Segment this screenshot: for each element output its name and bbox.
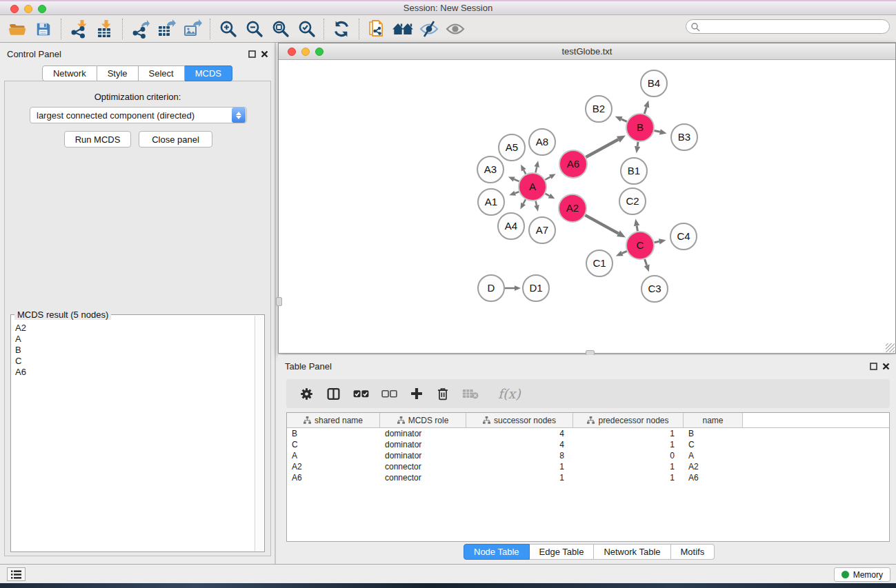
save-session-button[interactable] bbox=[30, 17, 57, 41]
column-header-predecessor-nodes[interactable]: predecessor nodes bbox=[573, 413, 684, 427]
graph-node-A3[interactable]: A3 bbox=[477, 156, 504, 183]
import-table-button[interactable] bbox=[92, 17, 118, 41]
open-session-button[interactable] bbox=[4, 17, 30, 41]
result-list-item[interactable]: A6 bbox=[12, 367, 255, 378]
graph-node-C4[interactable]: C4 bbox=[670, 223, 697, 250]
float-panel-icon[interactable] bbox=[869, 362, 878, 371]
graph-node-A[interactable]: A bbox=[519, 173, 546, 201]
new-network-from-selection-button[interactable] bbox=[364, 17, 390, 41]
cell-name[interactable]: C bbox=[684, 439, 743, 450]
graph-node-A7[interactable]: A7 bbox=[529, 217, 555, 243]
task-history-button[interactable] bbox=[7, 567, 26, 581]
result-list-item[interactable]: A2 bbox=[12, 323, 255, 334]
edge-A-A6[interactable] bbox=[545, 174, 555, 180]
edge-A-A4[interactable] bbox=[520, 199, 526, 209]
cell-successor-nodes[interactable]: 4 bbox=[466, 428, 573, 439]
show-network-overview-button[interactable] bbox=[442, 17, 468, 41]
graph-node-B4[interactable]: B4 bbox=[641, 70, 667, 97]
export-image-button[interactable] bbox=[179, 17, 206, 41]
cell-predecessor-nodes[interactable]: 1 bbox=[573, 439, 684, 450]
column-header-successor-nodes[interactable]: successor nodes bbox=[466, 413, 573, 427]
graph-node-B1[interactable]: B1 bbox=[621, 158, 647, 184]
tab-select[interactable]: Select bbox=[139, 65, 185, 81]
zoom-in-button[interactable] bbox=[215, 17, 241, 41]
cell-MCDS-role[interactable]: dominator bbox=[380, 439, 466, 450]
select-all-rows-button[interactable] bbox=[347, 382, 375, 405]
column-header-MCDS-role[interactable]: MCDS role bbox=[380, 413, 466, 427]
result-list-item[interactable]: B bbox=[12, 345, 255, 356]
graph-node-A4[interactable]: A4 bbox=[498, 213, 524, 239]
cell-MCDS-role[interactable]: connector bbox=[380, 461, 466, 472]
delete-column-button[interactable] bbox=[430, 382, 456, 405]
cell-successor-nodes[interactable]: 8 bbox=[466, 450, 573, 461]
graph-node-A8[interactable]: A8 bbox=[529, 129, 555, 155]
show-column-panel-button[interactable] bbox=[320, 382, 347, 405]
close-window-icon[interactable] bbox=[10, 5, 19, 13]
zoom-window-icon[interactable] bbox=[38, 5, 46, 13]
graph-node-C[interactable]: C bbox=[626, 232, 654, 259]
edge-B-B2[interactable] bbox=[615, 116, 627, 122]
graph-node-D[interactable]: D bbox=[478, 275, 504, 301]
table-row[interactable]: A6connector11A6 bbox=[287, 472, 889, 483]
cell-name[interactable]: B bbox=[684, 428, 743, 439]
graph-node-D1[interactable]: D1 bbox=[523, 275, 549, 301]
edge-A2-C[interactable] bbox=[585, 215, 626, 237]
graph-node-A6[interactable]: A6 bbox=[559, 150, 587, 178]
cell-MCDS-role[interactable]: connector bbox=[380, 472, 466, 483]
export-network-button[interactable] bbox=[127, 17, 153, 41]
edge-D-D1[interactable] bbox=[505, 285, 521, 291]
cell-successor-nodes[interactable]: 1 bbox=[466, 472, 573, 483]
result-scrollbar[interactable] bbox=[255, 316, 263, 551]
graph-node-C2[interactable]: C2 bbox=[619, 188, 646, 214]
graph-node-B[interactable]: B bbox=[626, 114, 654, 141]
graph-node-C1[interactable]: C1 bbox=[586, 250, 613, 276]
graph-node-A1[interactable]: A1 bbox=[478, 189, 504, 215]
column-header-shared-name[interactable]: shared name bbox=[287, 413, 380, 427]
edge-A-A7[interactable] bbox=[534, 201, 539, 211]
export-table-button[interactable] bbox=[153, 17, 179, 41]
edge-A-A1[interactable] bbox=[509, 191, 519, 196]
resize-handle[interactable] bbox=[886, 343, 895, 352]
edge-C-C2[interactable] bbox=[634, 219, 639, 232]
result-list-item[interactable]: A bbox=[12, 334, 255, 345]
edge-A-A2[interactable] bbox=[546, 194, 555, 199]
column-header-name[interactable]: name bbox=[684, 413, 743, 427]
memory-button[interactable]: Memory bbox=[834, 567, 890, 582]
split-divider-grip[interactable] bbox=[276, 297, 282, 306]
table-row[interactable]: A2connector11A2 bbox=[287, 461, 889, 472]
graph-node-A2[interactable]: A2 bbox=[559, 194, 586, 222]
edge-C-C1[interactable] bbox=[616, 251, 627, 256]
graph-node-B2[interactable]: B2 bbox=[586, 96, 612, 122]
apply-layout-button[interactable] bbox=[328, 17, 355, 41]
tab-mcds[interactable]: MCDS bbox=[185, 65, 232, 81]
close-panel-icon[interactable] bbox=[260, 50, 269, 59]
tab-network[interactable]: Network bbox=[42, 65, 97, 81]
table-settings-button[interactable] bbox=[293, 382, 320, 405]
zoom-out-button[interactable] bbox=[241, 17, 267, 41]
zoom-network-icon[interactable] bbox=[315, 48, 323, 56]
close-panel-icon[interactable] bbox=[882, 362, 890, 371]
table-row[interactable]: Bdominator41B bbox=[287, 428, 889, 439]
cell-name[interactable]: A6 bbox=[684, 472, 743, 483]
zoom-selected-button[interactable] bbox=[293, 17, 319, 41]
tab-motifs[interactable]: Motifs bbox=[671, 544, 715, 560]
tab-style[interactable]: Style bbox=[97, 65, 139, 81]
cell-shared-name[interactable]: B bbox=[287, 428, 380, 439]
edge-B-B1[interactable] bbox=[635, 142, 640, 153]
hide-graphics-details-button[interactable] bbox=[416, 17, 442, 41]
deselect-all-rows-button[interactable] bbox=[375, 382, 404, 405]
cell-shared-name[interactable]: A6 bbox=[287, 472, 380, 483]
close-network-icon[interactable] bbox=[288, 48, 296, 56]
search-field[interactable] bbox=[686, 19, 890, 34]
cell-predecessor-nodes[interactable]: 1 bbox=[573, 461, 684, 472]
float-panel-icon[interactable] bbox=[248, 50, 257, 59]
search-input[interactable] bbox=[700, 21, 889, 32]
table-row[interactable]: Adominator80A bbox=[287, 450, 889, 461]
cell-shared-name[interactable]: C bbox=[287, 439, 380, 450]
run-mcds-button[interactable]: Run MCDS bbox=[64, 131, 131, 148]
edge-A6-B[interactable] bbox=[586, 136, 626, 157]
cell-successor-nodes[interactable]: 1 bbox=[466, 461, 573, 472]
cell-predecessor-nodes[interactable]: 0 bbox=[573, 450, 684, 461]
cell-predecessor-nodes[interactable]: 1 bbox=[573, 428, 684, 439]
cell-MCDS-role[interactable]: dominator bbox=[380, 450, 466, 461]
